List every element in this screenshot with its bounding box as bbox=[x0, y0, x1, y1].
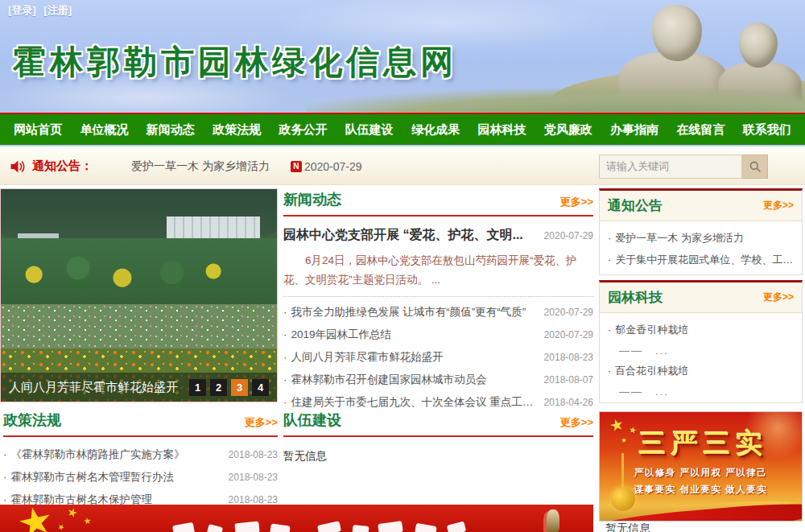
calligraphy-stroke bbox=[172, 522, 195, 532]
news-link[interactable]: 住建局关于市委七届九次、十次全体会议 重点工作任... bbox=[283, 395, 538, 410]
news-section-title: 新闻动态 bbox=[283, 190, 341, 209]
policy-link[interactable]: 霍林郭勒市古树名木管理暂行办法 bbox=[3, 470, 222, 485]
nav-item-online-message[interactable]: 在线留言 bbox=[673, 122, 728, 138]
news-row: 霍林郭勒市召开创建国家园林城市动员会 2018-08-07 bbox=[283, 369, 593, 391]
news-row: 2019年园林工作总结 2020-07-29 bbox=[283, 324, 593, 346]
featured-news-date: 2020-07-29 bbox=[544, 230, 593, 241]
notice-label: 通知公告： bbox=[32, 159, 93, 174]
news-link[interactable]: 2019年园林工作总结 bbox=[283, 328, 538, 342]
site-title: 霍林郭勒市园林绿化信息网 bbox=[13, 40, 457, 85]
policy-row: 《霍林郭勒市林荫路推广实施方案》 2018-08-23 bbox=[3, 443, 278, 466]
tech-item-summary: —— ... bbox=[608, 341, 794, 361]
policy-section: 政策法规 更多>> 《霍林郭勒市林荫路推广实施方案》 2018-08-23 霍林… bbox=[3, 410, 278, 511]
party-emblem-shape bbox=[611, 487, 635, 511]
news-link[interactable]: 我市全力助推绿色发展 让城市有“颜值”更有“气质” bbox=[283, 305, 538, 320]
nav-item-contact[interactable]: 联系我们 bbox=[740, 122, 795, 138]
notice-bar: 通知公告： 爱护一草一木 为家乡增活力 N 2020-07-29 bbox=[0, 148, 805, 185]
login-link[interactable]: [登录] bbox=[8, 4, 36, 16]
policy-more-link[interactable]: 更多>> bbox=[245, 415, 278, 430]
register-link[interactable]: [注册] bbox=[43, 4, 72, 16]
nav-item-service-guide[interactable]: 办事指南 bbox=[607, 122, 662, 138]
tech-box-items: 郁金香引种栽培 —— ... 百合花引种栽培 —— ... bbox=[600, 313, 802, 406]
statue-head-small bbox=[739, 23, 778, 68]
tech-box: 园林科技 更多>> 郁金香引种栽培 —— ... 百合花引种栽培 —— ... bbox=[599, 280, 803, 403]
nav-item-greening-results[interactable]: 绿化成果 bbox=[408, 122, 463, 138]
slideshow-pager: 1 2 3 4 bbox=[185, 379, 269, 396]
policy-section-title: 政策法规 bbox=[3, 410, 61, 430]
news-row: 我市全力助推绿色发展 让城市有“颜值”更有“气质” 2020-07-29 bbox=[283, 301, 593, 324]
featured-news-summary: 6月24日，园林中心党支部在敖包山芍药园开展“爱花、护花、文明赏花”主题党日活动… bbox=[283, 251, 593, 289]
bottom-right-empty-text: 暂无信息 bbox=[605, 522, 650, 532]
nav-item-news[interactable]: 新闻动态 bbox=[143, 122, 198, 138]
statue-figure-shape bbox=[547, 509, 559, 532]
policy-link[interactable]: 《霍林郭勒市林荫路推广实施方案》 bbox=[3, 447, 222, 462]
calligraphy-stroke bbox=[270, 523, 290, 532]
notice-box-items: 爱护一草一木 为家乡增活力 关于集中开展花园式单位、学校、工厂... bbox=[600, 221, 802, 274]
team-empty-text: 暂无信息 bbox=[283, 449, 593, 464]
search-box bbox=[599, 155, 768, 179]
star-icon bbox=[66, 506, 78, 518]
calligraphy-stroke bbox=[234, 521, 259, 532]
main-nav: 网站首页 单位概况 新闻动态 政策法规 政务公开 队伍建设 绿化成果 园林科技 … bbox=[0, 113, 805, 146]
slideshow-caption-bar: 人间八月芳菲尽霍市鲜花始盛开 1 2 3 4 bbox=[1, 373, 277, 402]
notice-box-title: 通知公告 bbox=[608, 196, 663, 215]
news-date: 2018-08-23 bbox=[544, 352, 593, 363]
tech-box-title: 园林科技 bbox=[608, 288, 663, 307]
calligraphy-stroke bbox=[415, 523, 437, 532]
slideshow[interactable]: 人间八月芳菲尽霍市鲜花始盛开 1 2 3 4 bbox=[0, 188, 278, 402]
news-date: 2018-04-26 bbox=[544, 397, 593, 408]
statue-head-large bbox=[652, 5, 702, 61]
news-row: 人间八月芳菲尽霍市鲜花始盛开 2018-08-23 bbox=[283, 346, 593, 369]
search-input[interactable] bbox=[599, 155, 742, 179]
news-more-link[interactable]: 更多>> bbox=[560, 195, 593, 209]
search-button[interactable] bbox=[742, 155, 768, 179]
star-icon bbox=[83, 517, 91, 525]
news-link[interactable]: 霍林郭勒市召开创建国家园林城市动员会 bbox=[283, 373, 538, 387]
nav-item-garden-tech[interactable]: 园林科技 bbox=[474, 122, 529, 138]
notice-box-more-link[interactable]: 更多>> bbox=[763, 199, 794, 212]
pager-2[interactable]: 2 bbox=[210, 379, 227, 396]
nav-item-about[interactable]: 单位概况 bbox=[76, 122, 131, 138]
bottom-banner[interactable] bbox=[0, 505, 593, 532]
team-section-head: 队伍建设 更多>> bbox=[283, 410, 593, 437]
pager-4[interactable]: 4 bbox=[252, 379, 269, 396]
team-more-link[interactable]: 更多>> bbox=[560, 415, 593, 430]
calligraphy-stroke bbox=[317, 521, 341, 532]
pager-3[interactable]: 3 bbox=[231, 379, 248, 396]
news-date: 2020-07-29 bbox=[544, 307, 593, 318]
featured-news-title[interactable]: 园林中心党支部开展 “爱花、护花、文明... bbox=[283, 227, 539, 244]
star-icon bbox=[16, 505, 54, 532]
star-icon bbox=[57, 523, 66, 532]
tech-item-link[interactable]: 郁金香引种栽培 bbox=[608, 320, 794, 341]
news-link[interactable]: 人间八月芳菲尽霍市鲜花始盛开 bbox=[283, 350, 538, 365]
nav-item-policy[interactable]: 政策法规 bbox=[209, 122, 264, 138]
tech-box-more-link[interactable]: 更多>> bbox=[763, 291, 794, 304]
featured-news: 园林中心党支部开展 “爱花、护花、文明... 2020-07-29 bbox=[283, 227, 593, 244]
notice-item-link[interactable]: 关于集中开展花园式单位、学校、工厂... bbox=[608, 250, 794, 271]
calligraphy-stroke bbox=[447, 522, 466, 532]
pager-1[interactable]: 1 bbox=[189, 379, 206, 396]
nav-item-team[interactable]: 队伍建设 bbox=[342, 122, 397, 138]
tech-item-link[interactable]: 百合花引种栽培 bbox=[608, 361, 794, 382]
page: [登录] [注册] 霍林郭勒市园林绿化信息网 网站首页 单位概况 新闻动态 政策… bbox=[0, 0, 805, 532]
banner-line1: 严以修身 严以用权 严以律己 bbox=[600, 467, 802, 479]
tech-item-summary: —— ... bbox=[608, 382, 794, 402]
nav-item-home[interactable]: 网站首页 bbox=[10, 122, 65, 138]
site-header: [登录] [注册] 霍林郭勒市园林绿化信息网 bbox=[0, 0, 805, 113]
notice-date: 2020-07-29 bbox=[304, 160, 362, 173]
nav-item-gov-affairs[interactable]: 政务公开 bbox=[275, 122, 330, 138]
three-strict-banner[interactable]: ★ ★ ★ 三严三实 严以修身 严以用权 严以律己 谋事要实 创业要实 做人要实 bbox=[599, 411, 803, 522]
speaker-icon bbox=[10, 159, 26, 174]
notice-announcement-link[interactable]: 爱护一草一木 为家乡增活力 bbox=[131, 159, 270, 174]
news-date: 2020-07-29 bbox=[544, 329, 593, 340]
star-icon: ★ bbox=[621, 436, 628, 445]
notice-item-link[interactable]: 爱护一草一木 为家乡增活力 bbox=[608, 228, 794, 250]
team-section: 队伍建设 更多>> 暂无信息 bbox=[283, 410, 593, 464]
distant-hill bbox=[306, 89, 805, 113]
policy-date: 2018-08-23 bbox=[229, 494, 278, 505]
slideshow-caption[interactable]: 人间八月芳菲尽霍市鲜花始盛开 bbox=[9, 380, 185, 395]
slideshow-photo bbox=[1, 189, 277, 402]
nav-item-party-conduct[interactable]: 党风廉政 bbox=[541, 122, 596, 138]
search-icon bbox=[749, 160, 762, 173]
policy-date: 2018-08-23 bbox=[229, 472, 278, 483]
